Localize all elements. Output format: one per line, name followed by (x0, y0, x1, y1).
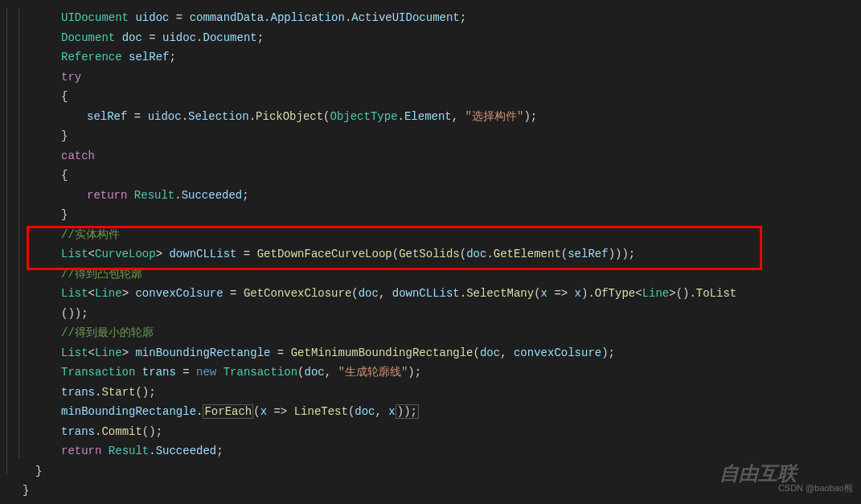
code-line[interactable]: { (16, 87, 861, 107)
code-line[interactable]: //得到凸包轮廓 (16, 264, 861, 285)
code-line[interactable]: UIDocument uidoc = commandData.Applicati… (16, 8, 861, 28)
watermark-credit: CSDN @baobao熊 (778, 482, 853, 494)
code-line[interactable]: catch (16, 146, 861, 166)
code-line[interactable]: List<CurveLoop> downCLList = GetDownFace… (16, 244, 861, 264)
code-line[interactable]: Document doc = uidoc.Document; (16, 28, 861, 48)
code-line[interactable]: selRef = uidoc.Selection.PickObject(Obje… (16, 107, 861, 127)
code-line[interactable]: return Result.Succeeded; (16, 441, 861, 461)
code-line[interactable]: /// <summary> (16, 501, 861, 505)
code-line[interactable]: Transaction trans = new Transaction(doc,… (16, 363, 861, 383)
code-line[interactable]: ()); (16, 304, 861, 324)
code-line[interactable]: List<Line> minBoundingRectangle = GetMin… (16, 343, 861, 363)
code-line[interactable]: Reference selRef; (16, 47, 861, 68)
fold-guide-2 (18, 8, 19, 458)
code-line[interactable]: return Result.Succeeded; (16, 186, 861, 206)
code-line[interactable]: } (16, 126, 861, 146)
code-line[interactable]: minBoundingRectangle.ForEach(x => LineTe… (16, 402, 861, 422)
code-editor[interactable]: UIDocument uidoc = commandData.Applicati… (0, 0, 861, 504)
code-line[interactable]: { (16, 166, 861, 186)
code-line[interactable]: List<Line> convexColsure = GetConvexClos… (16, 284, 861, 304)
code-line[interactable]: try (16, 68, 861, 88)
code-line[interactable]: trans.Start(); (16, 383, 861, 403)
code-line[interactable]: trans.Commit(); (16, 422, 861, 442)
fold-guide (6, 8, 7, 474)
code-line[interactable]: //实体构件 (16, 225, 861, 245)
code-line[interactable]: } (16, 205, 861, 225)
code-line[interactable]: //得到最小的轮廓 (16, 323, 861, 343)
